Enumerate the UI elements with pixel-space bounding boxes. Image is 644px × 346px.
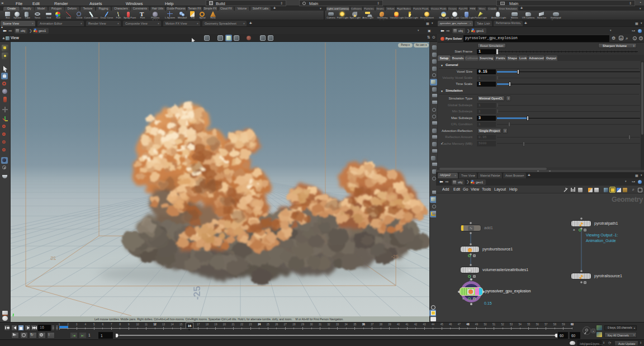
svg-text:25: 25 [50, 255, 56, 261]
svg-text:-25: -25 [391, 254, 399, 259]
svg-text:-25: -25 [192, 285, 202, 301]
